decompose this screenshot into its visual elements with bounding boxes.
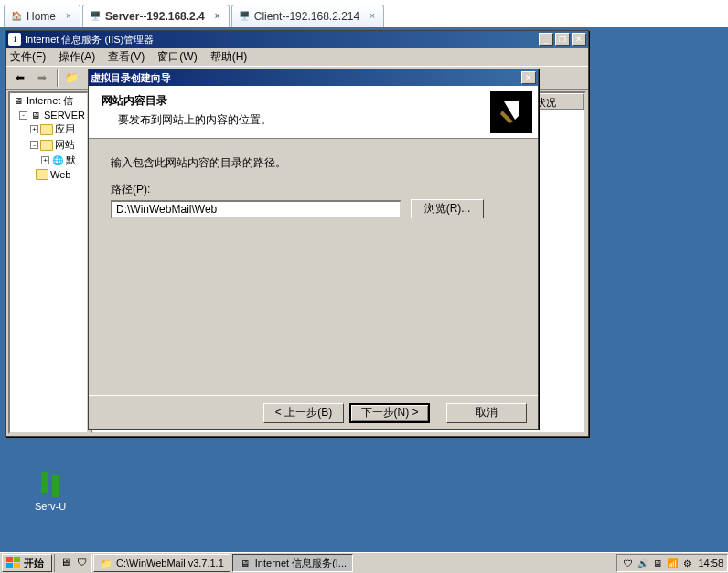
tab-home[interactable]: 🏠 Home × xyxy=(4,5,80,27)
iis-titlebar: ℹ Internet 信息服务 (IIS)管理器 _ ❐ ✕ xyxy=(6,31,588,48)
folder-icon xyxy=(36,169,48,180)
tray-icon[interactable]: 🛡 xyxy=(622,557,635,569)
tree-label: Internet 信 xyxy=(27,94,73,108)
tree-label: 网站 xyxy=(55,138,75,152)
tree-root[interactable]: 🖥Internet 信 xyxy=(10,93,87,109)
menu-bar: 文件(F) 操作(A) 查看(V) 窗口(W) 帮助(H) xyxy=(6,48,588,66)
close-icon[interactable]: × xyxy=(212,11,223,22)
tab-label: Client--192.168.2.214 xyxy=(254,10,359,23)
menu-view[interactable]: 查看(V) xyxy=(108,49,145,65)
svg-rect-3 xyxy=(52,475,59,497)
tree-web-ext[interactable]: Web xyxy=(10,168,87,181)
quick-launch: 🖥 🛡 xyxy=(54,554,92,572)
iis-icon: 🖥 xyxy=(239,557,252,569)
wizard-header-icon xyxy=(490,91,532,133)
back-button[interactable]: < 上一步(B) xyxy=(263,403,344,423)
start-label: 开始 xyxy=(24,557,44,570)
svg-rect-6 xyxy=(6,563,13,568)
path-input[interactable] xyxy=(111,200,401,218)
forward-button[interactable]: ➡ xyxy=(32,68,52,88)
tab-server[interactable]: 🖥️ Server--192.168.2.4 × xyxy=(82,5,230,27)
tree-default-site[interactable]: +🌐默 xyxy=(10,153,87,168)
close-button[interactable]: ✕ xyxy=(572,33,586,46)
expand-icon[interactable]: + xyxy=(30,125,38,133)
tray-icon[interactable]: 🖥 xyxy=(651,557,664,569)
tray-icon[interactable]: 🔊 xyxy=(637,557,649,569)
server-icon: 🖥 xyxy=(12,96,25,107)
system-tray: 🛡 🔊 🖥 📶 ⚙ 14:58 xyxy=(616,554,728,572)
svg-rect-7 xyxy=(14,563,20,568)
collapse-icon[interactable]: - xyxy=(30,141,38,149)
cancel-button[interactable]: 取消 xyxy=(446,403,527,423)
taskbar-item-label: Internet 信息服务(I... xyxy=(255,557,347,570)
minimize-button[interactable]: _ xyxy=(539,33,553,46)
window-title: Internet 信息服务 (IIS)管理器 xyxy=(25,33,537,47)
computer-icon: 🖥 xyxy=(29,110,42,121)
folder-icon: 📁 xyxy=(100,557,112,569)
svg-rect-5 xyxy=(14,557,20,562)
back-button[interactable]: ⬅ xyxy=(10,68,30,88)
tray-icon[interactable]: ⚙ xyxy=(680,557,693,569)
wizard-prompt: 输入包含此网站内容的目录的路径。 xyxy=(111,155,516,171)
tree-server[interactable]: -🖥SERVER xyxy=(10,109,87,122)
taskbar: 开始 🖥 🛡 📁 C:\WinWebMail v3.7.1.1 🖥 Intern… xyxy=(0,552,728,573)
security-icon[interactable]: 🛡 xyxy=(73,554,90,570)
show-desktop-icon[interactable]: 🖥 xyxy=(57,554,73,570)
restore-button[interactable]: ❐ xyxy=(555,33,570,46)
desktop-icon-servu[interactable]: Serv-U xyxy=(27,470,73,512)
desktop-icon-label: Serv-U xyxy=(27,501,73,512)
computer-icon: 🖥️ xyxy=(89,10,102,23)
wizard-subheading: 要发布到网站上的内容的位置。 xyxy=(118,112,525,128)
tab-label: Home xyxy=(27,10,56,23)
dialog-title: 虚拟目录创建向导 xyxy=(91,71,519,85)
home-icon: 🏠 xyxy=(10,10,23,23)
iis-icon: ℹ xyxy=(8,33,21,46)
svg-rect-2 xyxy=(41,472,48,493)
browser-tab-strip: 🏠 Home × 🖥️ Server--192.168.2.4 × 🖥️ Cli… xyxy=(0,0,728,27)
tree-label: SERVER xyxy=(44,110,85,121)
taskbar-item-explorer[interactable]: 📁 C:\WinWebMail v3.7.1.1 xyxy=(93,554,230,572)
folder-icon xyxy=(40,140,53,151)
next-button[interactable]: 下一步(N) > xyxy=(349,403,430,423)
browse-button[interactable]: 浏览(R)... xyxy=(411,199,484,218)
menu-action[interactable]: 操作(A) xyxy=(59,49,95,65)
tree-app-pools[interactable]: +应用 xyxy=(10,122,87,137)
wizard-titlebar: 虚拟目录创建向导 ✕ xyxy=(89,69,538,86)
tree-sites[interactable]: -网站 xyxy=(10,137,87,153)
taskbar-item-iis[interactable]: 🖥 Internet 信息服务(I... xyxy=(232,554,353,572)
wizard-header: 网站内容目录 要发布到网站上的内容的位置。 xyxy=(89,86,538,139)
close-button[interactable]: ✕ xyxy=(521,71,536,84)
expand-icon[interactable]: + xyxy=(41,156,49,164)
close-icon[interactable]: × xyxy=(367,11,378,22)
tree-label: Web xyxy=(50,169,70,180)
windows-flag-icon xyxy=(6,557,21,569)
tree-label: 应用 xyxy=(55,122,75,136)
up-button[interactable]: 📁 xyxy=(61,68,81,88)
collapse-icon[interactable]: - xyxy=(19,111,27,120)
tray-icon[interactable]: 📶 xyxy=(666,557,679,569)
menu-file[interactable]: 文件(F) xyxy=(10,49,46,65)
virtual-directory-wizard: 虚拟目录创建向导 ✕ 网站内容目录 要发布到网站上的内容的位置。 输入包含此网站… xyxy=(88,69,539,430)
svg-point-0 xyxy=(515,103,519,107)
menu-help[interactable]: 帮助(H) xyxy=(210,49,248,65)
wizard-heading: 网站内容目录 xyxy=(102,93,525,109)
globe-icon: 🌐 xyxy=(51,155,64,166)
start-button[interactable]: 开始 xyxy=(2,554,52,572)
computer-icon: 🖥️ xyxy=(238,10,251,23)
close-icon[interactable]: × xyxy=(63,11,74,22)
wizard-body: 输入包含此网站内容的目录的路径。 路径(P): 浏览(R)... xyxy=(89,139,538,395)
tree-label: 默 xyxy=(66,154,76,167)
path-label: 路径(P): xyxy=(111,182,516,197)
menu-window[interactable]: 窗口(W) xyxy=(157,49,197,65)
folder-icon xyxy=(40,124,53,135)
taskbar-item-label: C:\WinWebMail v3.7.1.1 xyxy=(116,557,224,568)
servu-icon xyxy=(36,470,65,499)
svg-rect-4 xyxy=(6,557,13,562)
tab-client[interactable]: 🖥️ Client--192.168.2.214 × xyxy=(231,5,384,27)
remote-desktop: ℹ Internet 信息服务 (IIS)管理器 _ ❐ ✕ 文件(F) 操作(… xyxy=(0,27,728,552)
clock[interactable]: 14:58 xyxy=(698,557,723,568)
tab-label: Server--192.168.2.4 xyxy=(105,10,205,23)
wizard-button-row: < 上一步(B) 下一步(N) > 取消 xyxy=(89,395,538,430)
tree-pane[interactable]: 🖥Internet 信 -🖥SERVER +应用 -网站 +🌐默 Web xyxy=(8,91,89,434)
